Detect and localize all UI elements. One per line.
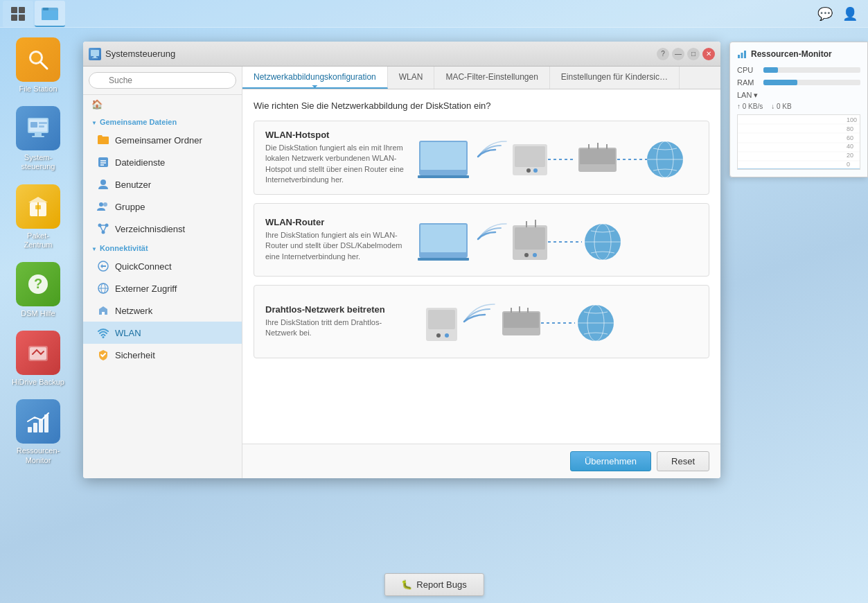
sidebar-section-konnektivitaet[interactable]: Konnektivität [83,240,242,255]
sidebar-item-sicherheit-label: Sicherheit [115,350,155,360]
download-speed: ↓ 0 KB [771,103,791,110]
svg-rect-25 [28,427,32,432]
sidebar-search-container: 🔍 [83,67,242,95]
cpu-bar-wrap [763,67,860,73]
sidebar-item-benutzer[interactable]: Benutzer [83,173,242,195]
ressourcen-label: Ressourcen-Monitor [17,446,60,464]
window-title-text: Systemsteuerung [105,49,175,59]
svg-point-73 [524,253,529,257]
svg-rect-53 [418,175,469,178]
hotspot-diagram-svg [412,130,703,184]
svg-point-84 [445,333,449,338]
resources-cpu-row: CPU [737,66,860,74]
desktop-icon-systemsteuerung[interactable]: System-steuerung [7,103,69,174]
lan-speeds: ↑ 0 KB/s ↓ 0 KB [737,103,860,110]
benutzer-icon [97,178,109,191]
minimize-button[interactable]: — [672,48,684,60]
desktop-icon-hidrive[interactable]: HiDrive Backup [7,328,69,390]
network-option-beitreten[interactable]: Drahtlos-Netzwerk beitreten Ihre DiskSta… [254,285,709,358]
cpu-label: CPU [737,66,759,74]
chat-icon[interactable]: 💬 [815,4,835,24]
desktop-icon-ressourcen[interactable]: Ressourcen-Monitor [7,396,69,467]
sidebar-search-wrap: 🔍 [89,72,236,89]
tab-wlan[interactable]: WLAN [388,67,435,89]
search-input[interactable] [89,72,236,89]
desktop-icon-paket[interactable]: Paket-Zentrum [7,182,69,252]
beitreten-diagram [412,294,703,349]
ram-bar [763,80,797,85]
network-option-hotspot[interactable]: WLAN-Hotspot Die DiskStation fungiert al… [254,121,709,195]
desktop-icon-filestation[interactable]: File Station [7,35,69,96]
svg-rect-69 [420,225,466,252]
main-window: Systemsteuerung ? — □ ✕ 🔍 🏠 Gemeinsam [83,42,720,478]
main-question: Wie richten Sie die Netzwerkabbildung de… [254,101,709,111]
taskbar-filestation[interactable] [35,1,65,27]
svg-point-74 [533,253,537,257]
chevron-down-icon-2 [91,244,97,252]
svg-point-56 [526,168,531,173]
tab-mac[interactable]: MAC-Filter-Einstellungen [434,67,549,89]
chart-label-0: 0 [847,161,857,168]
apply-button[interactable]: Übernehmen [570,451,651,471]
user-icon[interactable]: 👤 [840,4,860,24]
sidebar-item-dateidienste[interactable]: Dateidienste [83,151,242,173]
sidebar-item-benutzer-label: Benutzer [115,180,151,190]
svg-point-8 [31,53,41,62]
sidebar-item-externer-zugriff[interactable]: Externer Zugriff [83,277,242,299]
svg-text:?: ? [34,276,42,291]
tab-kindersicherung[interactable]: Einstellungen für Kindersic… [550,67,680,89]
svg-rect-55 [515,146,545,167]
filestation-label: File Station [19,85,57,94]
sidebar-item-sicherheit[interactable]: Sicherheit [83,344,242,366]
taskbar-left [0,1,65,27]
desktop-icon-dsm[interactable]: ? DSM Hilfe [7,259,69,321]
resources-chart-svg [738,115,860,170]
sidebar-item-verzeichnisdienst-label: Verzeichnisdienst [115,224,185,234]
svg-rect-72 [515,227,545,250]
svg-rect-49 [102,312,105,315]
maximize-button[interactable]: □ [687,48,700,60]
gruppe-icon [97,200,109,213]
reset-button[interactable]: Reset [657,451,709,471]
sidebar-section-gemeinsame-label: Gemeinsame Dateien [100,118,177,126]
sidebar-section-gemeinsame[interactable]: Gemeinsame Dateien [83,114,242,129]
resources-chart: 100 80 60 40 20 0 [737,114,860,170]
sidebar-item-netzwerk[interactable]: Netzwerk [83,299,242,322]
sidebar-item-wlan[interactable]: WLAN [83,322,242,344]
taskbar-app-grid[interactable] [3,1,33,27]
dateidienste-icon [97,156,109,168]
sidebar-item-quickconnect[interactable]: QuickConnect [83,255,242,277]
svg-point-50 [103,336,105,338]
svg-line-44 [103,225,107,232]
sidebar-item-gemeinsamer-ordner-label: Gemeinsamer Ordner [115,135,202,146]
svg-rect-29 [91,50,99,56]
sidebar-home-button[interactable]: 🏠 [83,95,242,114]
sidebar-item-externer-zugriff-label: Externer Zugriff [115,283,177,294]
svg-rect-1 [19,7,25,13]
network-option-router[interactable]: WLAN-Router Ihre DiskStation fungiert al… [254,203,709,277]
help-button[interactable]: ? [657,48,669,60]
close-button[interactable]: ✕ [702,48,715,60]
systemsteuerung-icon-img [16,106,60,150]
svg-rect-32 [98,157,108,167]
report-bugs-button[interactable]: 🐛 Report Bugs [384,573,484,596]
svg-rect-16 [39,125,44,128]
sidebar-item-gemeinsamer-ordner[interactable]: Gemeinsamer Ordner [83,129,242,151]
folder-icon [97,134,109,146]
svg-rect-12 [35,133,42,136]
chart-labels: 100 80 60 40 20 0 [847,115,857,169]
hidrive-label: HiDrive Backup [12,378,64,387]
chart-label-100: 100 [847,116,857,123]
taskbar-right: 💬 👤 [815,4,868,24]
beitreten-text: Drahtlos-Netzwerk beitreten Ihre DiskSta… [265,304,404,339]
window-title-icon [89,48,101,60]
sidebar-item-gruppe[interactable]: Gruppe [83,195,242,218]
sidebar-item-verzeichnisdienst[interactable]: Verzeichnisdienst [83,218,242,240]
ram-bar-wrap [763,80,860,85]
tab-netzwerk[interactable]: Netzwerkabbildungskonfiguration [242,67,388,89]
filestation-icon [40,3,60,23]
router-desc: Ihre DiskStation fungiert als ein WLAN-R… [265,230,404,262]
sidebar-item-quickconnect-label: QuickConnect [115,261,172,272]
hidrive-icon-img [16,331,60,375]
svg-point-83 [436,333,441,338]
